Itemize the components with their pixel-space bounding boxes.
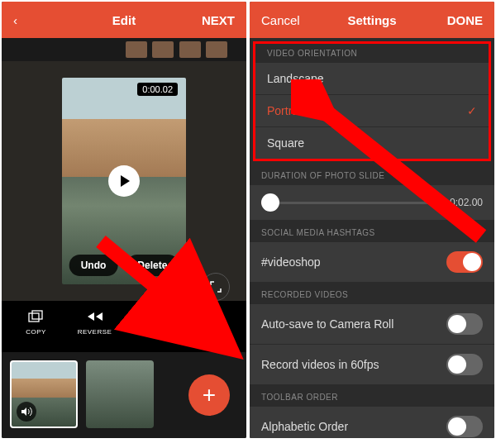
settings-label: SETTINGS	[193, 328, 230, 336]
slider-thumb[interactable]	[261, 193, 279, 212]
timeline-chip	[206, 41, 227, 58]
timeline-chip	[179, 41, 201, 58]
clip-thumb[interactable]	[10, 360, 78, 428]
row-label: #videoshop	[261, 255, 321, 269]
sixtyfps-row[interactable]: Record videos in 60fps	[250, 345, 494, 384]
gear-icon	[203, 307, 222, 326]
orientation-landscape[interactable]: Landscape	[255, 63, 489, 95]
duration-slider[interactable]	[261, 202, 435, 204]
duration-value: 0:02.00	[443, 197, 483, 208]
display-button[interactable]: DISPLAY	[124, 307, 183, 349]
done-button[interactable]: DONE	[433, 13, 483, 27]
display-icon	[145, 307, 163, 326]
copy-button[interactable]: COPY	[7, 307, 65, 349]
clip-tray[interactable]: +	[2, 352, 246, 438]
display-label: DISPLAY	[138, 328, 169, 336]
settings-body[interactable]: VIDEO ORIENTATION Landscape Portrait ✓ S…	[250, 38, 494, 438]
row-label: Square	[267, 136, 304, 150]
recorded-header: RECORDED VIDEOS	[250, 282, 494, 304]
clip-thumb[interactable]	[86, 360, 154, 428]
toggle-switch[interactable]	[446, 251, 483, 273]
orientation-portrait[interactable]: Portrait ✓	[255, 95, 489, 127]
edit-nav-bar: ‹ Edit NEXT	[2, 2, 246, 38]
duration-slider-row: 0:02.00	[250, 185, 494, 220]
alpha-order-row[interactable]: Alphabetic Order	[250, 407, 494, 438]
row-label: Auto-save to Camera Roll	[261, 317, 393, 331]
edit-screen: ‹ Edit NEXT 0:00.02 Undo Delete	[2, 2, 246, 438]
timeline-chip	[126, 41, 147, 58]
time-badge: 0:00.02	[137, 83, 178, 96]
preview-canvas: 0:00.02 Undo Delete	[62, 78, 186, 284]
undo-button[interactable]: Undo	[69, 255, 118, 276]
reverse-button[interactable]: REVERSE	[65, 307, 124, 349]
back-button[interactable]: ‹	[13, 13, 63, 27]
toggle-switch[interactable]	[446, 416, 483, 437]
orientation-header: VIDEO ORIENTATION	[255, 44, 489, 63]
row-label: Portrait	[267, 104, 304, 117]
row-label: Alphabetic Order	[261, 420, 348, 433]
svg-point-2	[155, 311, 159, 314]
video-preview[interactable]: 0:00.02 Undo Delete	[2, 61, 246, 301]
copy-label: COPY	[26, 328, 46, 336]
svg-rect-0	[29, 313, 39, 322]
hashtags-header: SOCIAL MEDIA HASHTAGS	[250, 220, 494, 242]
timeline-chip	[152, 41, 174, 58]
volume-icon[interactable]	[17, 402, 36, 422]
svg-point-4	[155, 319, 159, 322]
check-icon: ✓	[467, 104, 477, 117]
toggle-switch[interactable]	[446, 313, 483, 335]
settings-nav-bar: Cancel Settings DONE	[250, 2, 494, 38]
timeline-strip[interactable]	[2, 38, 246, 61]
tool-bar: COPY REVERSE DISPLAY SETTINGS	[2, 301, 246, 352]
edit-title: Edit	[63, 13, 185, 27]
toggle-switch[interactable]	[446, 354, 483, 375]
svg-point-3	[147, 315, 150, 318]
hashtag-videoshop[interactable]: #videoshop	[250, 242, 494, 282]
copy-icon	[27, 307, 45, 326]
add-clip-button[interactable]: +	[188, 374, 230, 416]
row-label: Landscape	[267, 72, 324, 85]
reverse-icon	[86, 307, 104, 326]
next-button[interactable]: NEXT	[185, 13, 235, 27]
svg-rect-1	[32, 311, 42, 319]
play-button[interactable]	[108, 165, 140, 197]
settings-screen: Cancel Settings DONE VIDEO ORIENTATION L…	[250, 2, 494, 438]
duration-header: DURATION OF PHOTO SLIDE	[250, 163, 494, 185]
orientation-highlight: VIDEO ORIENTATION Landscape Portrait ✓ S…	[253, 41, 491, 161]
toolbar-order-header: TOOLBAR ORDER	[250, 384, 494, 407]
settings-title: Settings	[311, 13, 433, 27]
svg-point-5	[209, 314, 214, 319]
row-label: Record videos in 60fps	[261, 358, 379, 371]
fullscreen-button[interactable]	[202, 273, 230, 301]
settings-button[interactable]: SETTINGS	[183, 307, 241, 349]
cancel-button[interactable]: Cancel	[261, 13, 311, 27]
delete-button[interactable]: Delete	[126, 255, 179, 276]
orientation-square[interactable]: Square	[255, 127, 489, 159]
reverse-label: REVERSE	[78, 328, 112, 336]
autosave-row[interactable]: Auto-save to Camera Roll	[250, 304, 494, 345]
